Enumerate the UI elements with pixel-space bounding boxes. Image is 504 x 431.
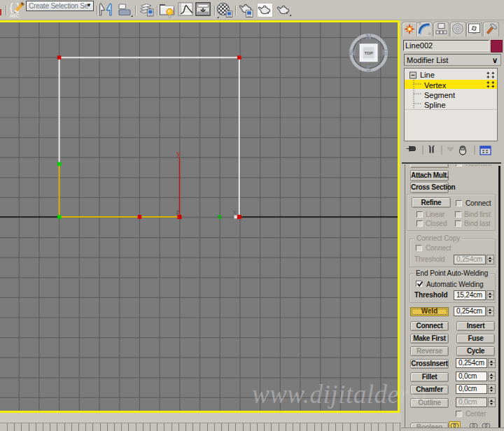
svg-text:Line: Line [420, 71, 435, 79]
svg-text:E: E [382, 48, 387, 57]
svg-text:S: S [366, 64, 371, 73]
svg-text:x: x [233, 209, 237, 216]
svg-text:z: z [176, 209, 180, 216]
svg-text:TOP: TOP [364, 51, 372, 55]
svg-text:Vertex: Vertex [424, 81, 447, 90]
svg-text:y: y [177, 150, 181, 157]
svg-text:ABC: ABC [10, 13, 20, 18]
svg-text:Spline: Spline [424, 101, 446, 109]
svg-text:N: N [366, 32, 372, 41]
svg-text:Segment: Segment [424, 91, 455, 99]
svg-text:W: W [349, 48, 356, 57]
